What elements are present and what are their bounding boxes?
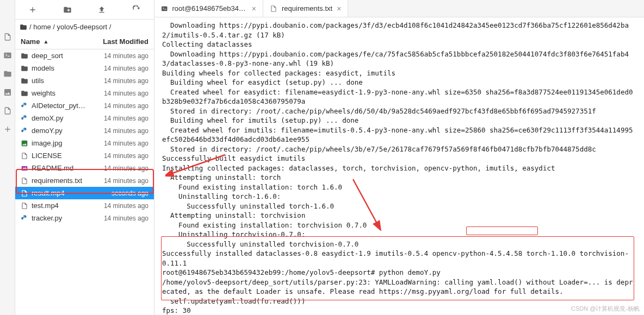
markdown-icon (21, 165, 28, 172)
watermark: CSDN @计算机视觉-杨帆 (571, 305, 640, 313)
file-name-text: result.mp4 (32, 189, 65, 197)
new-folder-icon[interactable] (63, 5, 72, 14)
file-row[interactable]: image.jpg14 minutes ago (15, 137, 154, 149)
file-modified: 14 minutes ago (104, 152, 148, 160)
file-row[interactable]: result.mp4seconds ago (15, 187, 154, 199)
file-modified: 14 minutes ago (104, 102, 148, 110)
breadcrumb[interactable]: / home / yolov5-deepsort / (15, 20, 154, 34)
tab-label: requirements.txt (282, 4, 332, 12)
refresh-icon[interactable] (132, 5, 141, 14)
file-icon (21, 152, 28, 160)
file-name-text: LICENSE (32, 152, 62, 160)
file-modified: 14 minutes ago (104, 140, 148, 147)
file-name-text: tracker.py (32, 214, 62, 222)
file-list: deep_sort14 minutes agomodels14 minutes … (15, 49, 154, 315)
file-modified: 14 minutes ago (104, 177, 148, 185)
file-modified: 14 minutes ago (104, 165, 148, 172)
file-modified: 14 minutes ago (104, 77, 148, 85)
file-row[interactable]: weights14 minutes ago (15, 87, 154, 99)
file-row[interactable]: LICENSE14 minutes ago (15, 149, 154, 162)
file-name-text: weights (32, 89, 55, 97)
column-name[interactable]: Name ▲ (21, 37, 48, 46)
column-modified[interactable]: Last Modified (103, 37, 148, 46)
terminal-icon (161, 5, 168, 12)
python-icon (21, 215, 28, 222)
python-icon (21, 115, 28, 122)
file-modified: seconds ago (112, 190, 148, 197)
file-modified: 14 minutes ago (104, 202, 148, 210)
file-row[interactable]: demoY.py14 minutes ago (15, 124, 154, 137)
file-row[interactable]: README.md14 minutes ago (15, 162, 154, 174)
file-modified: 14 minutes ago (104, 90, 148, 97)
file-browser: / home / yolov5-deepsort / Name ▲ Last M… (15, 0, 154, 315)
nav-icon-3[interactable] (3, 70, 12, 78)
tab-terminal[interactable]: root@61948675eb343b65: × (154, 0, 263, 17)
file-icon (21, 190, 28, 197)
tab-label: root@61948675eb343b65: (172, 4, 247, 12)
python-icon (21, 102, 28, 110)
file-name-text: image.jpg (32, 139, 62, 147)
file-icon (21, 177, 28, 185)
folder-icon (21, 90, 28, 97)
upload-icon[interactable] (97, 5, 106, 14)
file-name-text: test.mp4 (32, 201, 59, 210)
nav-icon-4[interactable] (3, 88, 12, 97)
file-row[interactable]: deep_sort14 minutes ago (15, 49, 154, 62)
folder-icon (21, 77, 28, 85)
nav-icon-2[interactable] (3, 51, 12, 60)
file-icon (270, 5, 277, 12)
python-icon (21, 127, 28, 135)
tab-requirements[interactable]: requirements.txt × (263, 0, 348, 17)
folder-icon (21, 65, 28, 72)
file-modified: 14 minutes ago (104, 127, 148, 135)
breadcrumb-path: / home / yolov5-deepsort / (29, 23, 111, 31)
file-row[interactable]: AIDetector_pyt…14 minutes ago (15, 99, 154, 112)
nav-icon-5[interactable] (3, 106, 12, 115)
file-name-text: models (32, 64, 54, 72)
file-modified: 14 minutes ago (104, 115, 148, 122)
nav-icon-1[interactable] (3, 33, 12, 41)
folder-icon (21, 52, 28, 60)
file-row[interactable]: utils14 minutes ago (15, 74, 154, 87)
nav-icon-6[interactable] (3, 125, 12, 134)
file-name-text: AIDetector_pyt… (32, 102, 85, 110)
file-icon (21, 202, 28, 210)
main-area: root@61948675eb343b65: × requirements.tx… (154, 0, 644, 315)
file-name-text: requirements.txt (32, 177, 82, 185)
file-row[interactable]: requirements.txt14 minutes ago (15, 174, 154, 187)
activity-bar (0, 0, 15, 315)
file-row[interactable]: models14 minutes ago (15, 62, 154, 74)
file-row[interactable]: demoX.py14 minutes ago (15, 112, 154, 124)
file-modified: 14 minutes ago (104, 65, 148, 72)
file-toolbar (15, 0, 154, 20)
file-row[interactable]: test.mp414 minutes ago (15, 199, 154, 212)
file-list-header: Name ▲ Last Modified (15, 34, 154, 49)
file-name-text: deep_sort (32, 52, 63, 60)
file-modified: 14 minutes ago (104, 52, 148, 60)
file-name-text: utils (32, 77, 44, 85)
close-icon[interactable]: × (337, 4, 341, 13)
file-row[interactable]: tracker.py14 minutes ago (15, 212, 154, 224)
close-icon[interactable]: × (252, 4, 256, 13)
file-name-text: README.md (32, 164, 73, 172)
new-file-icon[interactable] (28, 5, 37, 14)
image-icon (21, 140, 28, 147)
file-modified: 14 minutes ago (104, 215, 148, 222)
folder-icon (20, 23, 27, 31)
file-name-text: demoY.py (32, 127, 63, 135)
file-name-text: demoX.py (32, 114, 64, 122)
terminal-output[interactable]: Downloading https://pypi.doubanio.com/pa… (154, 17, 644, 315)
tab-bar: root@61948675eb343b65: × requirements.tx… (154, 0, 644, 17)
